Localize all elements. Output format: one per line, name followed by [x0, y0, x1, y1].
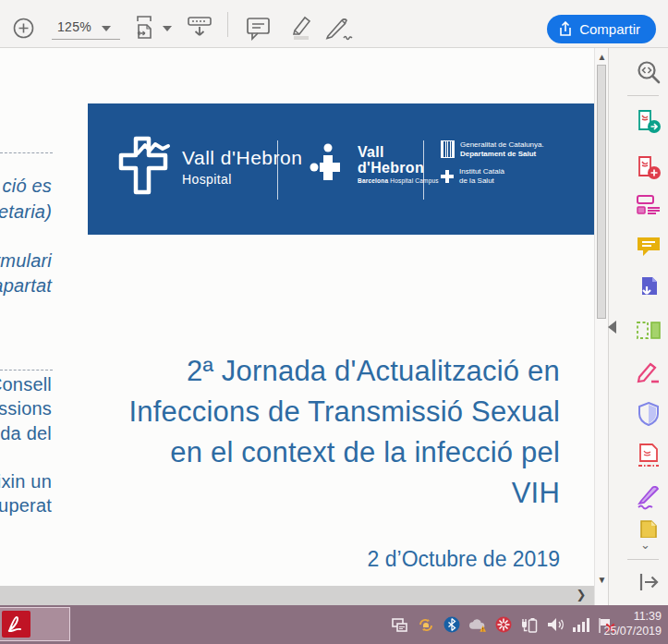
campus-cross-icon [310, 142, 350, 185]
pdf-header-band: Vall d'Hebron Hospital Vall d'Hebron [88, 103, 594, 235]
hospital-name: Vall d'Hebron [182, 147, 302, 169]
volume-icon[interactable] [546, 616, 564, 634]
horizontal-scrollbar[interactable]: ❯ [0, 586, 594, 605]
dashed-rule [0, 152, 53, 153]
fill-sign-icon[interactable] [325, 16, 355, 42]
fill-sign-tool-icon[interactable] [636, 359, 662, 385]
hospital-logo: Vall d'Hebron Hospital [117, 135, 302, 198]
open-tools-pane-icon[interactable] [636, 569, 662, 595]
power-icon[interactable] [520, 616, 538, 634]
title-line: 2ª Jornada d'Actualització en [55, 351, 560, 392]
zoom-level-underline [52, 39, 120, 40]
page-text-fragment: retaria) [0, 201, 52, 223]
document-date: 2 d’Octubre de 2019 [55, 547, 560, 572]
page-text-fragment: ció es [3, 176, 52, 197]
tools-scroll-chevron-icon[interactable]: ⌄ [640, 538, 650, 552]
network-signal-icon[interactable] [572, 616, 589, 634]
scrollbar-thumb[interactable] [597, 65, 606, 319]
title-line: en el context de la infecció pel [55, 432, 560, 473]
generalitat-line2: Departament de Salut [460, 150, 544, 159]
campus-logo: Vall d'Hebron Barcelona Hospital Campus [310, 142, 439, 185]
campus-subtitle: Barcelona Hospital Campus [358, 177, 439, 184]
zoom-in-icon[interactable] [13, 18, 34, 39]
taskbar-clock[interactable]: 11:39 25/07/2019 [603, 609, 662, 638]
sidebar-divider [627, 559, 659, 560]
cloud-warning-icon[interactable] [468, 616, 486, 634]
government-logos: Generalitat de Catalunya. Departament de… [441, 140, 544, 185]
generalitat-line1: Generalitat de Catalunya. [460, 140, 544, 149]
title-line: Infeccions de Transmissió Sexual [55, 392, 560, 432]
acrobat-reader-window: 125% [0, 0, 668, 644]
page-text-fragment: rmulari [0, 250, 52, 272]
tray-app-icon[interactable] [391, 616, 408, 634]
protect-icon[interactable] [636, 401, 662, 427]
edit-pdf-icon[interactable] [636, 192, 662, 218]
collapse-pane-arrow-icon[interactable] [608, 321, 616, 334]
sidebar-divider [627, 95, 659, 96]
page-text-fragment: Consell [0, 374, 52, 395]
system-tray [391, 605, 615, 644]
compress-pdf-icon[interactable] [636, 443, 662, 468]
comment-tool-icon[interactable] [636, 234, 662, 260]
taskbar-acrobat-button[interactable] [0, 607, 70, 641]
pdf-page: Vall d'Hebron Hospital Vall d'Hebron [55, 48, 594, 586]
page-text-fragment: essions [0, 398, 52, 419]
more-tool-icon[interactable] [636, 519, 662, 538]
logo-divider [277, 140, 278, 200]
campus-subtitle-rest: Hospital Campus [388, 177, 439, 184]
bluetooth-icon[interactable] [443, 616, 460, 634]
certificates-icon[interactable] [636, 484, 662, 510]
ics-line1: Institut Català [459, 167, 504, 176]
acrobat-reader-icon [2, 611, 30, 638]
organize-pages-icon[interactable] [636, 318, 662, 344]
zoom-level-value[interactable]: 125% [57, 19, 91, 34]
campus-name-line1: Vall [358, 144, 439, 160]
toolbar-divider [227, 12, 228, 37]
windows-taskbar: 11:39 25/07/2019 [0, 605, 668, 644]
page-text-fragment: da del [0, 423, 52, 444]
fit-width-caret-icon[interactable] [163, 26, 172, 31]
generalitat-icon [441, 140, 455, 158]
ics-cross-icon [441, 170, 454, 183]
share-button-label: Compartir [579, 21, 640, 37]
tools-sidebar: ⌄ [608, 48, 668, 605]
logo-divider [423, 140, 424, 200]
highlighter-icon[interactable] [286, 15, 314, 42]
create-pdf-icon[interactable] [636, 155, 662, 181]
hospital-cross-icon [117, 135, 173, 198]
toolbar: 125% [0, 0, 668, 48]
antivirus-icon[interactable] [494, 616, 512, 634]
clock-date: 25/07/2019 [603, 624, 662, 638]
campus-subtitle-bold: Barcelona [358, 177, 388, 184]
title-line: VIH [55, 473, 560, 514]
zoom-level-caret-icon[interactable] [102, 26, 111, 31]
document-title: 2ª Jornada d'Actualització en Infeccions… [55, 351, 560, 514]
dashed-rule [0, 370, 53, 371]
scroll-down-arrow-icon[interactable]: ▼ [595, 575, 609, 585]
share-icon [559, 21, 572, 37]
clock-time: 11:39 [603, 609, 662, 624]
vertical-scrollbar[interactable]: ▲ ▼ [594, 48, 608, 605]
ics-line2: de la Salut [459, 176, 494, 185]
previous-page-edge: ció es retaria) rmulari apartat Consell … [0, 48, 54, 586]
scroll-right-arrow-icon[interactable]: ❯ [574, 588, 589, 602]
update-alert-icon[interactable] [417, 616, 434, 634]
comment-icon[interactable] [246, 17, 271, 41]
page-text-fragment: apartat [0, 275, 52, 297]
page-text-fragment: ixin un [0, 471, 52, 492]
hospital-subtitle: Hospital [182, 172, 302, 187]
share-button[interactable]: Compartir [547, 15, 656, 43]
campus-name-line2: d'Hebron [358, 160, 439, 176]
scroll-mode-icon[interactable] [188, 16, 212, 40]
page-text-fragment: uperat [0, 495, 52, 516]
fit-width-icon[interactable] [134, 15, 158, 41]
scroll-up-arrow-icon[interactable]: ▲ [595, 52, 609, 62]
search-enhance-icon[interactable] [636, 59, 662, 85]
combine-files-icon[interactable] [636, 275, 662, 301]
export-pdf-icon[interactable] [636, 109, 662, 135]
